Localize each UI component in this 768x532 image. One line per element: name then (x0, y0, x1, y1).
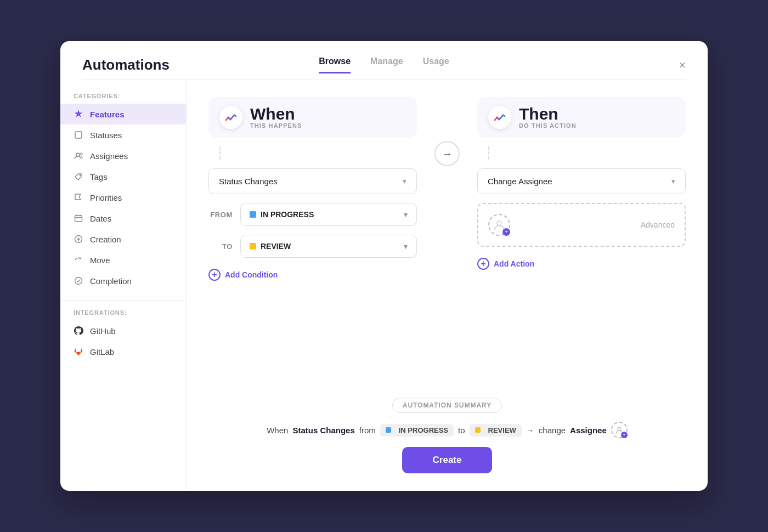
integrations-label: INTEGRATIONS: (60, 309, 186, 316)
when-dashed-line (219, 146, 417, 160)
summary-from-badge: IN PROGRESS (380, 424, 454, 437)
then-panel-header: Then DO THIS ACTION (477, 97, 686, 138)
then-main-title: Then (519, 106, 577, 122)
sidebar-item-tags[interactable]: Tags (60, 166, 186, 187)
sidebar-divider (60, 300, 186, 301)
sidebar: CATEGORIES: Features Statuses (60, 80, 187, 491)
sidebar-item-move[interactable]: Move (60, 250, 186, 270)
from-status-dropdown[interactable]: IN PROGRESS ▾ (240, 203, 417, 226)
summary-avatar: + (611, 422, 628, 438)
action-label: Change Assignee (488, 177, 552, 186)
sidebar-item-gitlab[interactable]: GitLab (60, 341, 186, 362)
sidebar-item-completion-label: Completion (90, 276, 132, 286)
from-status-label: IN PROGRESS (261, 210, 314, 219)
main-content: When THIS HAPPENS Status Changes ▾ FROM (187, 80, 708, 491)
summary-assignee-word: Assignee (570, 426, 607, 435)
add-action-label: Add Action (494, 259, 534, 268)
summary-arrow: → (526, 426, 534, 435)
assignees-icon (74, 151, 83, 161)
to-condition-row: TO REVIEW ▾ (208, 235, 417, 258)
tab-browse[interactable]: Browse (319, 56, 351, 73)
then-subtitle: DO THIS ACTION (519, 122, 577, 129)
create-button[interactable]: Create (402, 447, 493, 473)
trigger-dropdown-arrow: ▾ (403, 177, 406, 185)
svg-rect-0 (75, 132, 82, 138)
sidebar-item-priorities-label: Priorities (90, 193, 122, 202)
svg-point-7 (497, 221, 501, 225)
action-dropdown-arrow: ▾ (671, 177, 675, 185)
sidebar-item-statuses-label: Statuses (90, 131, 122, 140)
from-condition-row: FROM IN PROGRESS ▾ (208, 203, 417, 226)
summary-status-changes: Status Changes (292, 426, 354, 435)
assignee-placeholder[interactable]: + Advanced (477, 203, 686, 247)
sidebar-item-features[interactable]: Features (60, 104, 186, 124)
sidebar-item-assignees-label: Assignees (90, 151, 128, 161)
to-status-dropdown[interactable]: REVIEW ▾ (240, 235, 417, 258)
to-dropdown-arrow: ▾ (404, 242, 408, 251)
sidebar-item-features-label: Features (90, 110, 125, 119)
tab-usage[interactable]: Usage (423, 56, 449, 73)
add-action-plus-icon: + (477, 258, 489, 270)
from-status-dot (250, 211, 256, 218)
tab-manage[interactable]: Manage (370, 56, 403, 73)
sidebar-item-completion[interactable]: Completion (60, 270, 186, 291)
when-panel: When THIS HAPPENS Status Changes ▾ FROM (208, 97, 417, 283)
automations-modal: Automations Browse Manage Usage × CATEGO… (60, 41, 708, 491)
sidebar-item-github-label: GitHub (90, 326, 116, 336)
sidebar-item-statuses[interactable]: Statuses (60, 124, 186, 145)
when-title-block: When THIS HAPPENS (250, 106, 302, 129)
summary-from-word: from (359, 426, 376, 435)
summary-from-value: IN PROGRESS (399, 426, 448, 434)
svg-point-8 (618, 427, 621, 431)
completion-icon (74, 276, 83, 286)
summary-to-badge: REVIEW (470, 424, 522, 437)
to-status-label: REVIEW (261, 242, 291, 251)
add-condition-plus-icon: + (208, 269, 221, 281)
when-main-title: When (250, 106, 302, 122)
arrow-circle: → (434, 141, 460, 166)
modal-header: Automations Browse Manage Usage × (60, 41, 708, 73)
add-condition-button[interactable]: + Add Condition (208, 267, 417, 283)
priorities-icon (74, 193, 83, 202)
builder-row: When THIS HAPPENS Status Changes ▾ FROM (208, 97, 686, 283)
summary-avatar-plus: + (621, 432, 628, 438)
trigger-dropdown[interactable]: Status Changes ▾ (208, 168, 417, 194)
sidebar-item-tags-label: Tags (90, 172, 108, 182)
summary-label: AUTOMATION SUMMARY (392, 398, 502, 413)
svg-rect-4 (75, 216, 82, 222)
sidebar-item-github[interactable]: GitHub (60, 320, 186, 341)
advanced-link[interactable]: Advanced (641, 220, 675, 229)
github-icon (74, 326, 83, 336)
then-dashed-line (488, 146, 686, 160)
svg-point-6 (75, 278, 82, 285)
svg-point-3 (80, 174, 81, 176)
assignee-avatar: + (488, 214, 510, 236)
sidebar-item-dates-label: Dates (90, 214, 111, 223)
summary-change-word: change (539, 426, 566, 435)
close-button[interactable]: × (679, 59, 686, 71)
avatar-plus-icon: + (502, 228, 510, 236)
summary-to-word: to (458, 426, 465, 435)
sidebar-item-priorities[interactable]: Priorities (60, 187, 186, 208)
sidebar-item-dates[interactable]: Dates (60, 208, 186, 229)
then-title-block: Then DO THIS ACTION (519, 106, 577, 129)
to-status-dot (250, 243, 256, 250)
features-icon (74, 109, 83, 119)
add-action-button[interactable]: + Add Action (477, 256, 686, 272)
creation-icon (74, 234, 83, 244)
to-label: TO (208, 242, 233, 251)
move-icon (74, 255, 83, 265)
modal-body: CATEGORIES: Features Statuses (60, 80, 708, 491)
action-dropdown[interactable]: Change Assignee ▾ (477, 168, 686, 194)
sidebar-item-creation-label: Creation (90, 235, 121, 244)
sidebar-item-creation[interactable]: Creation (60, 229, 186, 250)
sidebar-item-move-label: Move (90, 256, 110, 265)
arrow-connector: → (434, 97, 460, 166)
summary-section: AUTOMATION SUMMARY When Status Changes f… (208, 389, 686, 473)
statuses-icon (74, 130, 83, 140)
from-label: FROM (208, 211, 233, 219)
summary-to-value: REVIEW (488, 426, 516, 434)
then-panel: Then DO THIS ACTION Change Assignee ▾ (477, 97, 686, 272)
sidebar-item-assignees[interactable]: Assignees (60, 145, 186, 166)
svg-point-1 (76, 153, 80, 156)
